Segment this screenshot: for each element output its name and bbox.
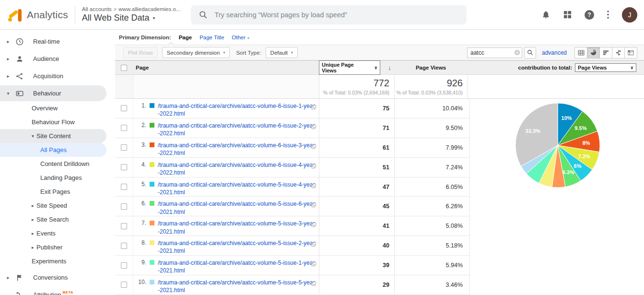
page-link[interactable]: /trauma-and-critical-care/archive/aatcc-…	[158, 200, 316, 215]
page-views-percent: 7.99%	[394, 138, 468, 157]
pie-slice-label: 33.3%	[526, 128, 540, 134]
open-page-icon[interactable]	[311, 182, 316, 190]
sidebar-item-conversions[interactable]: ▸Conversions	[0, 270, 106, 285]
column-header-page-views[interactable]: Page Views	[394, 65, 468, 71]
contribution-select[interactable]: Page Views∨	[575, 63, 636, 72]
apps-grid-icon[interactable]	[563, 11, 572, 19]
open-page-icon[interactable]	[311, 240, 316, 249]
open-page-icon[interactable]	[311, 142, 316, 151]
notifications-bell-icon[interactable]	[541, 10, 550, 19]
chevron-right-icon[interactable]: ▸	[32, 231, 34, 236]
sidebar-item-attribution[interactable]: AttributionBETA	[0, 287, 106, 295]
header-checkbox[interactable]	[115, 65, 133, 71]
row-checkbox[interactable]	[115, 118, 133, 138]
sidebar-item-content-drilldown[interactable]: Content Drilldown	[0, 157, 106, 171]
more-vertical-icon[interactable]	[607, 11, 609, 19]
page-link[interactable]: /trauma-and-critical-care/archive/aatcc-…	[158, 279, 316, 294]
open-page-icon[interactable]	[311, 260, 316, 269]
sidebar-item-events[interactable]: ▸Events	[0, 226, 106, 240]
chevron-right-icon[interactable]: ▸	[5, 39, 12, 44]
clear-search-icon[interactable]	[515, 50, 520, 55]
chevron-down-icon: ▾	[291, 50, 293, 55]
page-link[interactable]: /trauma-and-critical-care/archive/aatcc-…	[158, 161, 316, 177]
column-header-page[interactable]: Page	[133, 65, 319, 71]
sidebar-item-landing-pages[interactable]: Landing Pages	[0, 171, 106, 185]
tab-page-title[interactable]: Page Title	[199, 35, 224, 40]
sidebar-item-exit-pages[interactable]: Exit Pages	[0, 185, 106, 199]
sidebar-item-real-time[interactable]: ▸Real-time	[0, 34, 106, 49]
pie-slice-label: 8%	[583, 140, 590, 146]
view-performance-bars-button[interactable]	[599, 47, 612, 59]
contribution-label: contribution to total:	[518, 65, 572, 71]
open-page-icon[interactable]	[311, 123, 316, 131]
row-checkbox[interactable]	[115, 197, 133, 216]
open-page-icon[interactable]	[311, 280, 316, 288]
row-checkbox[interactable]	[115, 236, 133, 255]
total-unique-page-views: 772	[374, 78, 389, 89]
sidebar-item-label: Conversions	[33, 274, 68, 281]
open-page-icon[interactable]	[311, 201, 316, 210]
sidebar-item-experiments[interactable]: Experiments	[0, 254, 106, 268]
secondary-dimension-button[interactable]: Secondary dimension▾	[162, 47, 230, 58]
chevron-right-icon[interactable]: ▸	[32, 245, 34, 250]
page-link[interactable]: /trauma-and-critical-care/archive/aatcc-…	[158, 239, 316, 255]
row-checkbox[interactable]	[115, 256, 133, 275]
chevron-right-icon[interactable]: ▸	[5, 56, 12, 61]
sort-type-button[interactable]: Default▾	[266, 47, 298, 58]
breadcrumb-account[interactable]: www.alliedacademies.o...	[118, 6, 180, 12]
beta-badge: BETA	[63, 290, 73, 295]
row-checkbox[interactable]	[115, 158, 133, 177]
open-page-icon[interactable]	[311, 221, 316, 229]
avatar[interactable]: J	[622, 7, 637, 23]
row-checkbox[interactable]	[115, 138, 133, 157]
table-search-button[interactable]	[524, 47, 536, 59]
breadcrumb[interactable]: All accounts > www.alliedacademies.o...	[82, 6, 181, 12]
sidebar-item-site-content[interactable]: ▾Site Content	[0, 129, 106, 143]
sidebar-item-acquisition[interactable]: ▸Acquisition	[0, 68, 106, 84]
view-percentage-pie-button[interactable]	[587, 47, 600, 59]
open-page-icon[interactable]	[311, 162, 316, 171]
tab-page[interactable]: Page	[179, 35, 192, 40]
chevron-down-icon[interactable]: ▾	[5, 91, 12, 96]
property-selector[interactable]: All Web Site Data ▾	[82, 13, 181, 23]
page-link[interactable]: /trauma-and-critical-care/archive/aatcc-…	[158, 142, 316, 157]
page-link[interactable]: /trauma-and-critical-care/archive/aatcc-…	[158, 102, 316, 118]
page-link[interactable]: /trauma-and-critical-care/archive/aatcc-…	[158, 259, 316, 274]
chevron-down-icon[interactable]: ▾	[32, 133, 34, 139]
sidebar-item-site-speed[interactable]: ▸Site Speed	[0, 199, 106, 212]
open-page-icon[interactable]	[311, 103, 316, 112]
sidebar-item-behaviour-flow[interactable]: Behaviour Flow	[0, 115, 106, 129]
view-comparison-button[interactable]	[612, 47, 625, 59]
plot-rows-button[interactable]: Plot Rows	[123, 47, 158, 58]
tab-other[interactable]: Other▾	[232, 35, 249, 40]
table-body: 1./trauma-and-critical-care/archive/aatc…	[115, 99, 469, 295]
row-checkbox[interactable]	[115, 177, 133, 197]
row-checkbox[interactable]	[115, 99, 133, 118]
help-icon[interactable]: ?	[585, 10, 594, 20]
global-search-input[interactable]: Try searching “Worst pages by load speed…	[191, 5, 467, 24]
page-link[interactable]: /trauma-and-critical-care/archive/aatcc-…	[158, 122, 316, 137]
sidebar-item-behaviour[interactable]: ▾Behaviour	[0, 85, 106, 101]
view-pivot-button[interactable]	[624, 47, 637, 59]
sidebar-item-audience[interactable]: ▸Audience	[0, 51, 106, 67]
sort-direction-icon[interactable]: ↓	[388, 64, 391, 71]
page-link[interactable]: /trauma-and-critical-care/archive/aatcc-…	[158, 220, 316, 235]
sidebar-item-site-search[interactable]: ▸Site Search	[0, 212, 106, 226]
chevron-right-icon[interactable]: ▸	[5, 73, 12, 79]
sidebar-item-publisher[interactable]: ▸Publisher	[0, 240, 106, 254]
chevron-right-icon[interactable]: ▸	[5, 275, 12, 280]
sidebar-item-overview[interactable]: Overview	[0, 101, 106, 115]
sidebar-item-label: Real-time	[33, 38, 60, 45]
page-link[interactable]: /trauma-and-critical-care/archive/aatcc-…	[158, 181, 316, 196]
chevron-right-icon[interactable]: ▸	[32, 203, 34, 208]
table-search-input[interactable]	[467, 47, 522, 58]
view-data-table-button[interactable]	[574, 47, 587, 59]
row-checkbox[interactable]	[115, 216, 133, 236]
breadcrumb-all-accounts[interactable]: All accounts	[82, 6, 112, 12]
chevron-right-icon[interactable]: ▸	[32, 217, 34, 222]
contribution-pie-chart[interactable]: 10%9.5%8%7.2%6%6.3%33.3%	[470, 99, 644, 295]
metric-select[interactable]: Unique Page Views∨	[319, 60, 380, 75]
advanced-link[interactable]: advanced	[542, 49, 567, 56]
sidebar-item-all-pages[interactable]: All Pages	[0, 143, 106, 157]
row-checkbox[interactable]	[115, 275, 133, 295]
